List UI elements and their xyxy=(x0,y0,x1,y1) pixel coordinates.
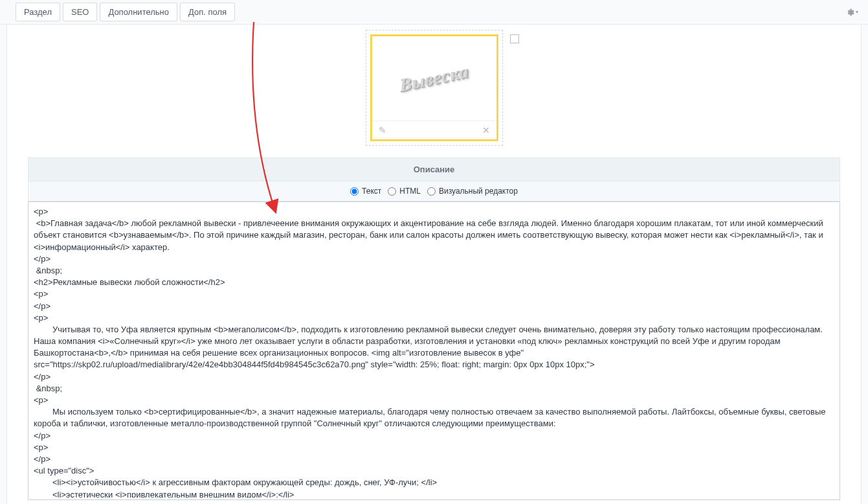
chevron-down-icon: ▾ xyxy=(856,9,858,15)
remove-image-icon[interactable]: ✕ xyxy=(482,125,490,135)
description-editor-textarea[interactable] xyxy=(28,202,840,498)
section-title-description: Описание xyxy=(28,157,840,181)
image-thumbnail: Вывеска ✎ ✕ xyxy=(370,34,498,141)
tab-razdel[interactable]: Раздел xyxy=(16,3,60,21)
image-upload-zone[interactable]: Вывеска ✎ ✕ xyxy=(366,30,503,146)
extra-checkbox[interactable] xyxy=(510,34,519,43)
radio-mode-text-input[interactable] xyxy=(350,187,359,196)
tab-dop-polya[interactable]: Доп. поля xyxy=(180,3,235,21)
radio-mode-html[interactable]: HTML xyxy=(388,187,421,196)
tabs-bar: Раздел SEO Дополнительно Доп. поля ▾ xyxy=(0,0,868,25)
radio-mode-html-input[interactable] xyxy=(388,187,396,196)
radio-mode-visual[interactable]: Визуальный редактор xyxy=(427,187,518,196)
gear-icon xyxy=(845,8,854,17)
thumbnail-preview: Вывеска xyxy=(372,36,496,120)
tab-dopolnitelno[interactable]: Дополнительно xyxy=(100,3,177,21)
radio-mode-text[interactable]: Текст xyxy=(350,187,381,196)
editor-mode-radios: Текст HTML Визуальный редактор xyxy=(28,181,840,201)
edit-image-icon[interactable]: ✎ xyxy=(379,125,386,135)
settings-gear-button[interactable]: ▾ xyxy=(845,5,859,19)
radio-mode-visual-input[interactable] xyxy=(427,187,436,196)
tab-seo[interactable]: SEO xyxy=(63,3,97,21)
